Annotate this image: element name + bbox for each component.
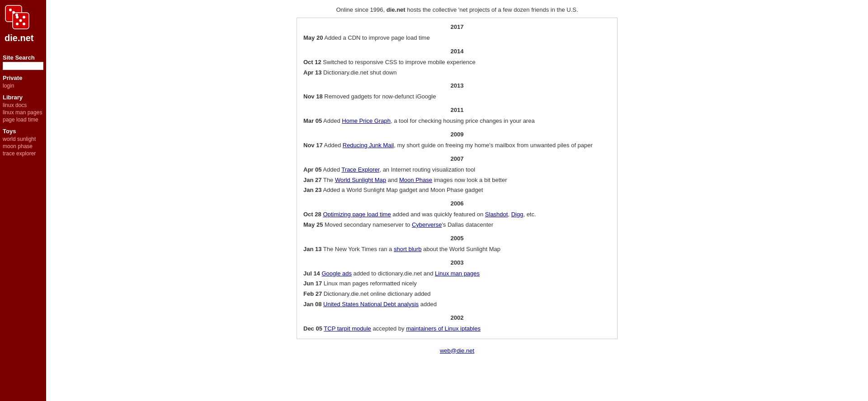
moon-phase-link[interactable]: moon phase <box>3 143 43 150</box>
sidebar: die.net Site Search Private login Librar… <box>0 0 46 401</box>
google-ads-link[interactable]: Google ads <box>321 270 352 277</box>
page-load-time-link[interactable]: page load time <box>3 116 43 123</box>
year-2005: 2005 <box>303 230 611 244</box>
entry-nov17: Nov 17 Added Reducing Junk Mail, my shor… <box>303 140 611 151</box>
entry-jan13: Jan 13 The New York Times ran a short bl… <box>303 244 611 255</box>
search-section-title: Site Search <box>3 54 43 61</box>
world-sunlight-link[interactable]: world sunlight <box>3 135 43 143</box>
trace-explorer-link-main[interactable]: Trace Explorer <box>341 166 379 173</box>
year-2007: 2007 <box>303 151 611 165</box>
main-content: Online since 1996, die.net hosts the col… <box>46 0 868 401</box>
toys-section-title: Toys <box>3 128 43 135</box>
entry-jan08: Jan 08 United States National Debt analy… <box>303 299 611 310</box>
svg-point-7 <box>16 23 19 25</box>
year-2009: 2009 <box>303 126 611 140</box>
svg-point-5 <box>16 16 19 19</box>
updates-table: 2017 May 20 Added a CDN to improve page … <box>297 18 618 339</box>
year-2013: 2013 <box>303 78 611 92</box>
svg-point-4 <box>12 11 15 14</box>
year-2002: 2002 <box>303 310 611 324</box>
year-2011: 2011 <box>303 102 611 116</box>
svg-point-6 <box>23 23 25 25</box>
private-section-title: Private <box>3 75 43 81</box>
site-name: die.net <box>4 33 42 43</box>
login-link[interactable]: login <box>3 82 43 89</box>
sidebar-nav: Site Search Private login Library linux … <box>0 47 46 160</box>
slashdot-link[interactable]: Slashdot <box>485 211 508 218</box>
trace-explorer-link[interactable]: trace explorer <box>3 150 43 157</box>
svg-point-3 <box>15 14 18 16</box>
entry-dec05: Dec 05 TCP tarpit module accepted by mai… <box>303 324 611 334</box>
email-link[interactable]: web@die.net <box>440 347 474 354</box>
logo-area: die.net <box>0 0 46 47</box>
tcp-tarpit-link[interactable]: TCP tarpit module <box>324 325 371 332</box>
library-section-title: Library <box>3 94 43 101</box>
svg-point-8 <box>23 16 25 19</box>
optimizing-page-load-link[interactable]: Optimizing page load time <box>323 211 391 218</box>
reducing-junk-mail-link[interactable]: Reducing Junk Mail <box>343 142 394 149</box>
year-2014: 2014 <box>303 43 611 57</box>
year-2006: 2006 <box>303 196 611 210</box>
entry-oct28: Oct 28 Optimizing page load time added a… <box>303 210 611 220</box>
site-name-inline: die.net <box>387 6 406 13</box>
entry-mar05: Mar 05 Added Home Price Graph, a tool fo… <box>303 116 611 126</box>
world-sunlight-map-link[interactable]: World Sunlight Map <box>335 177 386 183</box>
footer: web@die.net <box>55 339 859 359</box>
search-input[interactable] <box>3 62 43 70</box>
svg-point-2 <box>9 9 12 11</box>
entry-apr05: Apr 05 Added Trace Explorer, an Internet… <box>303 165 611 175</box>
entry-nov18: Nov 18 Removed gadgets for now-defunct i… <box>303 92 611 102</box>
short-blurb-link[interactable]: short blurb <box>394 246 421 252</box>
digg-link[interactable]: Digg <box>511 211 524 218</box>
entry-jan27: Jan 27 The World Sunlight Map and Moon P… <box>303 175 611 186</box>
linux-docs-link[interactable]: linux docs <box>3 102 43 109</box>
year-2017: 2017 <box>303 23 611 33</box>
entry-apr13: Apr 13 Dictionary.die.net shut down <box>303 68 611 78</box>
moon-phase-link-main[interactable]: Moon Phase <box>399 177 432 183</box>
cyberverse-link[interactable]: Cyberverse <box>412 221 442 228</box>
entry-jan23: Jan 23 Added a World Sunlight Map gadget… <box>303 185 611 196</box>
entry-may25: May 25 Moved secondary nameserver to Cyb… <box>303 220 611 230</box>
entry-jun17: Jun 17 Linux man pages reformatted nicel… <box>303 279 611 289</box>
home-price-graph-link[interactable]: Home Price Graph <box>342 117 391 124</box>
entry-jul14: Jul 14 Google ads added to dictionary.di… <box>303 269 611 279</box>
entry-may20: May 20 Added a CDN to improve page load … <box>303 33 611 43</box>
dice-logo <box>4 4 32 32</box>
us-national-debt-link[interactable]: United States National Debt analysis <box>323 301 419 308</box>
svg-point-9 <box>19 19 22 22</box>
entry-feb27: Feb 27 Dictionary.die.net online diction… <box>303 289 611 299</box>
intro-text: Online since 1996, die.net hosts the col… <box>55 0 859 18</box>
year-2003: 2003 <box>303 255 611 269</box>
maintainers-link[interactable]: maintainers of Linux iptables <box>406 325 481 332</box>
linux-man-pages-link[interactable]: linux man pages <box>3 109 43 116</box>
linux-man-pages-link-main[interactable]: Linux man pages <box>435 270 480 277</box>
entry-oct12: Oct 12 Switched to responsive CSS to imp… <box>303 57 611 68</box>
